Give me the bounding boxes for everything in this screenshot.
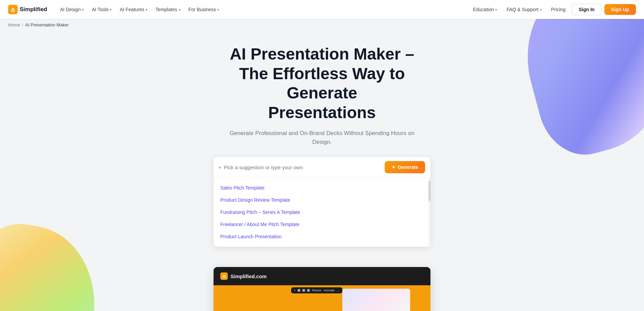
input-container: › ✦ Generate Sales Pitch Template Produc… (214, 157, 430, 247)
chevron-down-icon: ▾ (540, 8, 542, 12)
input-expand-icon: › (219, 164, 221, 170)
chevron-down-icon: ▾ (110, 8, 112, 12)
signin-button[interactable]: Sign In (571, 4, 602, 15)
preview-logo-icon (220, 272, 228, 280)
toolbar-resize[interactable]: Resize (312, 289, 321, 292)
navbar: Simplified AI Design ▾ AI Tools ▾ AI Fea… (0, 0, 644, 19)
hero-title: AI Presentation Maker – The Effortless W… (203, 44, 441, 122)
nav-item-for-business[interactable]: For Business ▾ (185, 5, 223, 14)
chevron-down-icon: ▾ (146, 8, 147, 12)
logo-link[interactable]: Simplified (8, 5, 47, 14)
preview-container: Simplified.com + Resize Animate … (214, 267, 430, 311)
chevron-down-icon: ▾ (495, 8, 497, 12)
chevron-down-icon: ▾ (179, 8, 180, 12)
nav-item-ai-tools[interactable]: AI Tools ▾ (88, 5, 115, 14)
input-row: › ✦ Generate (214, 157, 430, 178)
toolbar-delete[interactable] (298, 289, 300, 292)
preview-toolbar: + Resize Animate … (291, 287, 342, 293)
wand-icon: ✦ (391, 164, 396, 170)
toolbar-add[interactable]: + (294, 289, 296, 292)
nav-item-templates[interactable]: Templates ▾ (152, 5, 184, 14)
input-wrapper: › ✦ Generate Sales Pitch Template Produc… (214, 157, 430, 247)
toolbar-shape[interactable] (302, 289, 305, 292)
suggestion-item[interactable]: Freelancer / About Me Pitch Template (214, 218, 430, 230)
suggestions-list: Sales Pitch Template Product Design Revi… (214, 178, 430, 247)
breadcrumb-separator: / (22, 22, 23, 27)
chevron-down-icon: ▾ (217, 8, 219, 12)
svg-rect-0 (8, 5, 18, 14)
toolbar-more[interactable] (307, 289, 310, 292)
generate-button[interactable]: ✦ Generate (385, 161, 425, 173)
nav-item-ai-design[interactable]: AI Design ▾ (57, 5, 87, 14)
nav-item-faq-support[interactable]: FAQ & Support ▾ (503, 5, 545, 14)
scrollbar-track (428, 177, 430, 247)
breadcrumb-home-link[interactable]: Home (8, 22, 20, 27)
logo-icon (8, 5, 18, 14)
nav-item-pricing[interactable]: Pricing (548, 5, 569, 14)
hero-subtitle: Generate Professional and On-Brand Decks… (220, 129, 424, 146)
suggestion-item[interactable]: Product Launch Presentation (214, 230, 430, 243)
logo-text: Simplified (20, 6, 47, 13)
prompt-input[interactable] (224, 164, 385, 170)
breadcrumb: Home / AI Presentation Maker (0, 19, 644, 31)
toolbar-ellipsis[interactable]: … (337, 289, 340, 292)
scrollbar-thumb[interactable] (428, 181, 430, 201)
suggestion-item[interactable]: Fundraising Pitch – Series A Template (214, 206, 430, 218)
preview-body: + Resize Animate … (214, 285, 430, 311)
nav-right-items: Education ▾ FAQ & Support ▾ Pricing Sign… (469, 4, 636, 15)
preview-header: Simplified.com (214, 267, 430, 285)
signup-button[interactable]: Sign Up (604, 4, 636, 15)
suggestion-item[interactable]: Product Design Review Template (214, 194, 430, 206)
breadcrumb-current: AI Presentation Maker (25, 22, 69, 27)
nav-item-education[interactable]: Education ▾ (469, 5, 500, 14)
preview-slide-area (342, 289, 410, 311)
chevron-down-icon: ▾ (82, 8, 84, 12)
toolbar-animate[interactable]: Animate (323, 289, 335, 292)
svg-rect-1 (220, 272, 228, 280)
main-content: AI Presentation Maker – The Effortless W… (0, 31, 644, 311)
nav-left-items: AI Design ▾ AI Tools ▾ AI Features ▾ Tem… (57, 5, 469, 14)
preview-logo-text: Simplified.com (230, 273, 267, 279)
nav-item-ai-features[interactable]: AI Features ▾ (116, 5, 150, 14)
suggestion-item[interactable]: Sales Pitch Template (214, 182, 430, 194)
